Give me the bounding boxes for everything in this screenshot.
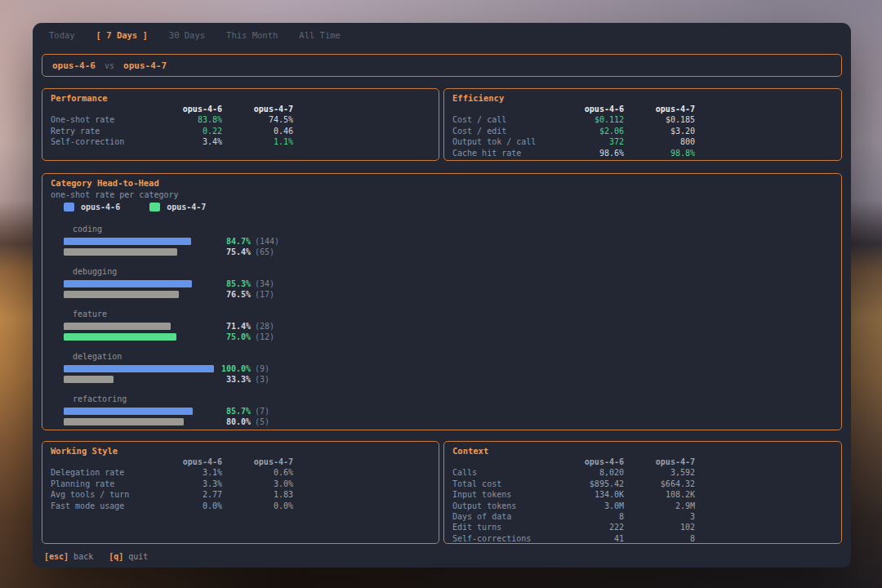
value-b: 98.8% [624,148,695,158]
bar-track [64,418,214,425]
category-head-to-head-panel: Category Head-to-Head one-shot rate per … [42,173,842,430]
working-style-header-row: opus-4-6 opus-4-7 [42,457,439,467]
row-label: Output tok / call [452,136,567,147]
col-header-model-b: opus-4-7 [222,104,293,114]
bar-row-model-a: 84.7% (144) [64,236,841,247]
bar-row-model-a: 71.4% (28) [64,321,841,332]
value-a: 0.0% [165,501,222,511]
tab-7-days[interactable]: [ 7 Days ] [96,30,148,41]
bar-value-a: 71.4% [214,322,251,331]
row-label: One-shot rate [51,114,165,125]
context-title: Context [444,442,841,457]
bar-row-model-b: 76.5% (17) [64,289,841,300]
value-b: $3.20 [624,126,695,136]
bar-model-b [64,418,184,425]
bar-model-a [64,365,214,372]
bar-value-a: 100.0% [214,364,251,373]
value-b: 3 [624,511,695,522]
col-header-model-a: opus-4-6 [567,104,624,114]
model-matchup-selector: opus-4-6 vs opus-4-7 [42,54,842,77]
bar-value-a: 84.7% [214,237,251,246]
value-a: 2.77 [165,489,222,500]
value-a: $2.06 [567,126,624,136]
category-bars: coding 84.7% (144) 75.4% (65) [64,224,841,427]
table-row: Planning rate 3.3% 3.0% [42,479,439,489]
row-label: Calls [452,467,567,478]
row-label: Self-corrections [452,533,567,544]
bar-track [64,248,214,256]
row-label: Input tokens [452,489,567,500]
value-b: 8 [624,533,695,544]
q-key-hint: [q] [109,552,123,561]
vs-label: vs [105,61,114,70]
tab-this-month[interactable]: This Month [226,30,278,41]
table-row: Edit turns 222 102 [444,522,841,532]
bar-count-b: (3) [255,375,270,384]
performance-panel: Performance opus-4-6 opus-4-7 One-shot r… [42,88,439,161]
table-row: Days of data 8 3 [444,511,841,522]
row-label: Avg tools / turn [51,489,165,500]
table-row: Input tokens 134.0K 108.2K [444,489,841,500]
bar-row-model-b: 75.0% (12) [64,332,841,342]
value-b: $664.32 [624,479,695,489]
table-row: Fast mode usage 0.0% 0.0% [42,501,439,511]
value-a: 0.22 [165,126,222,136]
bar-model-b [64,333,176,341]
row-label: Self-correction [51,136,165,147]
working-style-title: Working Style [42,442,439,457]
working-style-panel: Working Style opus-4-6 opus-4-7 Delegati… [42,441,439,544]
bar-count-a: (7) [255,407,270,416]
bar-count-a: (28) [255,322,274,331]
col-header-model-b: opus-4-7 [222,457,293,467]
model-a-label[interactable]: opus-4-6 [52,60,96,71]
table-row: Self-correction 3.4% 1.1% [42,136,439,147]
category-label: delegation [73,351,841,362]
row-label: Cache hit rate [452,148,567,158]
bar-count-b: (65) [255,247,274,256]
bar-value-b: 80.0% [214,417,251,426]
row-label: Planning rate [51,479,165,489]
value-b: 108.2K [624,489,695,500]
category-block-coding: coding 84.7% (144) 75.4% (65) [64,224,841,257]
bar-value-b: 75.4% [214,247,251,256]
table-row: Self-corrections 41 8 [444,533,841,544]
value-b: 1.83 [222,489,293,500]
category-block-refactoring: refactoring 85.7% (7) 80.0% (5) [64,394,841,427]
col-header-model-b: opus-4-7 [624,457,695,467]
bar-value-b: 33.3% [214,375,251,384]
tab-all-time[interactable]: All Time [299,30,341,41]
row-label: Delegation rate [51,467,165,478]
value-a: 134.0K [567,489,624,500]
bar-count-b: (12) [255,332,274,341]
value-a: 3.4% [165,136,222,147]
col-header-model-a: opus-4-6 [165,457,222,467]
value-a: 3.1% [165,467,222,478]
bar-model-a [64,238,191,245]
category-label: refactoring [73,394,841,404]
table-row: Total cost $895.42 $664.32 [444,479,841,489]
bar-track [64,238,214,245]
bar-value-b: 75.0% [214,332,251,341]
table-row: Output tok / call 372 800 [444,136,841,147]
value-a: 222 [567,522,624,532]
value-a: $0.112 [567,114,624,125]
app-window: Today [ 7 Days ] 30 Days This Month All … [33,23,851,568]
value-b: 3,592 [624,467,695,478]
row-label: Retry rate [51,126,165,136]
legend-label-model-b: opus-4-7 [167,203,206,212]
table-row: Cost / edit $2.06 $3.20 [444,126,841,136]
tab-today[interactable]: Today [49,30,75,41]
category-subtitle: one-shot rate per category [42,189,841,200]
context-panel: Context opus-4-6 opus-4-7 Calls 8,020 3,… [443,441,842,544]
keyboard-hints: [esc]back[q]quit [44,551,842,562]
model-b-label[interactable]: opus-4-7 [123,60,167,71]
tab-30-days[interactable]: 30 Days [169,30,205,41]
bar-row-model-b: 75.4% (65) [64,247,841,257]
category-block-delegation: delegation 100.0% (9) 33.3% (3) [64,351,841,385]
table-row: One-shot rate 83.8% 74.5% [42,114,439,125]
bar-model-a [64,323,171,330]
efficiency-panel: Efficiency opus-4-6 opus-4-7 Cost / call… [443,88,842,161]
table-row: Output tokens 3.0M 2.9M [444,501,841,511]
row-label: Fast mode usage [51,501,165,511]
value-a: 8,020 [567,467,624,478]
